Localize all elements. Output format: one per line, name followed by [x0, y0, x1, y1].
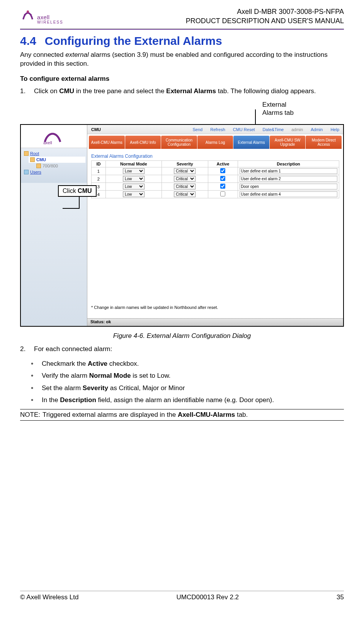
- table-row: 3LowCritical: [92, 183, 339, 191]
- description-input[interactable]: [240, 191, 337, 197]
- severity-select[interactable]: Critical: [174, 168, 196, 174]
- panel-title: External Alarms Configuration: [91, 153, 339, 159]
- note-label: NOTE:: [20, 411, 40, 419]
- app-logo: axell: [21, 125, 87, 148]
- severity-select[interactable]: Critical: [174, 176, 196, 182]
- cell-active: [208, 183, 238, 191]
- step-1: Click on CMU in the tree pane and select…: [20, 87, 344, 96]
- admin-link[interactable]: Admin: [311, 127, 323, 132]
- page-footer: © Axell Wireless Ltd UMCD00013 Rev 2.2 3…: [20, 591, 344, 601]
- footer-right: 35: [337, 593, 344, 601]
- tab-communication-configuration[interactable]: Communication Configuration: [161, 136, 197, 149]
- tab-modem-direct-access[interactable]: Modem Direct Access: [306, 136, 342, 149]
- table-row: 2LowCritical: [92, 175, 339, 183]
- datetime-link[interactable]: Date&Time: [263, 127, 284, 132]
- note-block: NOTE: Triggered external alarms are disp…: [20, 409, 344, 421]
- cell-description: [238, 167, 339, 175]
- panel-footnote: * Change in alarm names will be updated …: [91, 305, 218, 310]
- refresh-link[interactable]: Refresh: [210, 127, 225, 132]
- tree-band[interactable]: 700/800: [35, 163, 85, 169]
- tab-alarms-log[interactable]: Alarms Log: [197, 136, 233, 149]
- app-sidebar: axell Root CMU 700/800 Users: [21, 125, 87, 326]
- description-input[interactable]: [240, 176, 337, 182]
- cell-normal-mode: Low: [105, 183, 162, 191]
- svg-text:axell: axell: [43, 140, 52, 145]
- callout-line: [255, 109, 256, 126]
- cell-id: 1: [92, 167, 106, 175]
- description-input[interactable]: [240, 184, 337, 189]
- logo-mark-icon: [20, 7, 36, 22]
- bullet-normal-mode: Verify the alarm Normal Mode is set to L…: [31, 371, 344, 381]
- cell-active: [208, 175, 238, 183]
- cell-description: [238, 183, 339, 191]
- cell-severity: Critical: [162, 167, 208, 175]
- tab-external-alarms[interactable]: External Alarms: [233, 136, 269, 149]
- col-description: Description: [238, 161, 339, 167]
- cell-severity: Critical: [162, 191, 208, 198]
- tab-sw-upgrade[interactable]: Axell-CMU SW Upgrade: [270, 136, 306, 149]
- brand-sub: WIRELESS: [37, 20, 63, 24]
- normal-mode-select[interactable]: Low: [123, 176, 145, 182]
- steps-list-cont: For each connected alarm:: [20, 344, 344, 354]
- callout-area: External Alarms tab: [20, 101, 344, 124]
- status-bar: Status: ok: [87, 318, 343, 326]
- app-main: CMU Send Refresh CMU Reset Date&Time adm…: [87, 125, 343, 326]
- send-link[interactable]: Send: [193, 127, 203, 132]
- normal-mode-select[interactable]: Low: [123, 184, 145, 189]
- tab-row: Axell-CMU Alarms Axell-CMU Info Communic…: [87, 134, 343, 149]
- col-id: ID: [92, 161, 106, 167]
- folder-icon: [30, 157, 35, 162]
- app-topbar: CMU Send Refresh CMU Reset Date&Time adm…: [87, 125, 343, 134]
- bullet-severity: Set the alarm Severity as Critical, Majo…: [31, 383, 344, 393]
- callout-click-cmu: Click CMU: [58, 185, 97, 197]
- active-checkbox[interactable]: [220, 176, 225, 181]
- svg-point-0: [27, 10, 29, 13]
- cell-id: 2: [92, 175, 106, 183]
- bullet-description: In the Description field, assign the ala…: [31, 395, 344, 405]
- brand-logo: axell WIRELESS: [20, 7, 63, 24]
- folder-icon: [36, 164, 41, 168]
- help-link[interactable]: Help: [330, 127, 339, 132]
- screenshot-figure: Click CMU axell Root CMU 700/800: [20, 124, 344, 327]
- cell-normal-mode: Low: [105, 191, 162, 198]
- footer-left: © Axell Wireless Ltd: [20, 593, 78, 601]
- app-screenshot: axell Root CMU 700/800 Users: [21, 125, 343, 326]
- bullet-active: Checkmark the Active checkbox.: [31, 359, 344, 369]
- severity-select[interactable]: Critical: [174, 184, 196, 189]
- callout-line: [79, 197, 80, 208]
- alarms-table: ID Normal Mode Severity Active Descripti…: [91, 160, 339, 198]
- cmu-reset-link[interactable]: CMU Reset: [233, 127, 255, 132]
- footer-mid: UMCD00013 Rev 2.2: [176, 593, 239, 601]
- cell-severity: Critical: [162, 183, 208, 191]
- description-input[interactable]: [240, 168, 337, 174]
- tree-users[interactable]: Users: [22, 169, 85, 175]
- section-number: 4.4: [20, 34, 36, 47]
- active-checkbox[interactable]: [220, 191, 225, 196]
- normal-mode-select[interactable]: Low: [123, 168, 145, 174]
- doc-line1: Axell D-MBR 3007-3008-PS-NFPA: [186, 7, 344, 16]
- cell-severity: Critical: [162, 175, 208, 183]
- col-severity: Severity: [162, 161, 208, 167]
- cell-active: [208, 191, 238, 198]
- tree-root[interactable]: Root: [22, 150, 85, 157]
- tab-axell-cmu-info[interactable]: Axell-CMU Info: [125, 136, 161, 149]
- figure-caption: Figure 4-6. External Alarm Configuration…: [20, 332, 344, 340]
- brand-name: axell: [37, 14, 49, 20]
- intro-paragraph: Any connected external alarms (section 3…: [20, 51, 344, 68]
- tree-cmu[interactable]: CMU: [29, 157, 85, 163]
- col-active: Active: [208, 161, 238, 167]
- topbar-title: CMU: [91, 127, 101, 132]
- cell-description: [238, 175, 339, 183]
- panel-body: External Alarms Configuration ID Normal …: [87, 149, 343, 318]
- header-rule: [20, 29, 344, 30]
- doc-title-block: Axell D-MBR 3007-3008-PS-NFPA PRODUCT DE…: [186, 7, 344, 26]
- brand-text: axell WIRELESS: [37, 14, 63, 24]
- severity-select[interactable]: Critical: [174, 191, 196, 197]
- tab-axell-cmu-alarms[interactable]: Axell-CMU Alarms: [89, 136, 125, 149]
- active-checkbox[interactable]: [220, 184, 225, 189]
- svg-point-1: [24, 14, 26, 15]
- note-text: Triggered external alarms are displayed …: [43, 411, 248, 419]
- normal-mode-select[interactable]: Low: [123, 191, 145, 197]
- bullet-list: Checkmark the Active checkbox. Verify th…: [31, 359, 344, 405]
- active-checkbox[interactable]: [220, 168, 225, 173]
